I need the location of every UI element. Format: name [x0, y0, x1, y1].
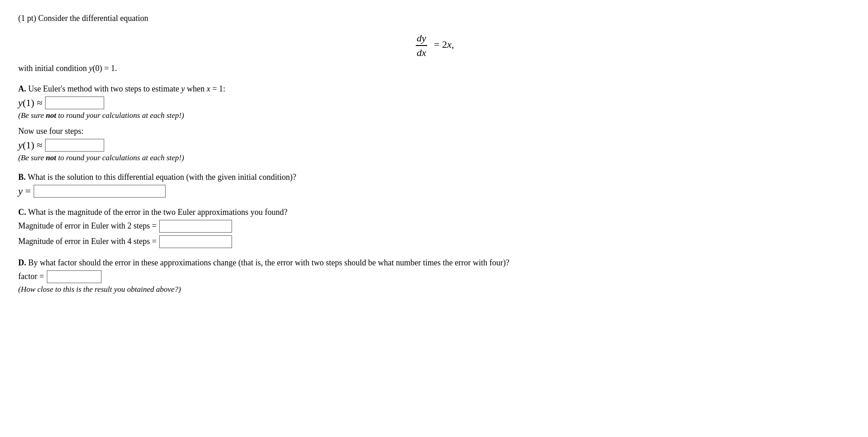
error-4-label: Magnitude of error in Euler with 4 steps… — [18, 237, 156, 246]
factor-input[interactable] — [47, 270, 101, 283]
section-c-header: C. What is the magnitude of the error in… — [18, 208, 850, 217]
error-rows: Magnitude of error in Euler with 2 steps… — [18, 220, 850, 248]
section-b-header: B. What is the solution to this differen… — [18, 173, 850, 182]
section-d-header: D. By what factor should the error in th… — [18, 258, 850, 268]
section-d: D. By what factor should the error in th… — [18, 258, 850, 294]
four-steps-approx-line: y(1) ≈ — [18, 139, 850, 152]
error-2-label: Magnitude of error in Euler with 2 steps… — [18, 221, 156, 231]
section-b: B. What is the solution to this differen… — [18, 173, 850, 198]
four-steps-intro: Now use four steps: — [18, 127, 850, 136]
initial-condition: with initial condition y(0) = 1. — [18, 64, 850, 73]
equals-2x: = 2x, — [431, 39, 454, 50]
equation-display: dy dx = 2x, — [18, 32, 850, 59]
section-d-text: By what factor should the error in these… — [26, 258, 510, 267]
section-a: A. Use Euler's method with two steps to … — [18, 84, 850, 163]
denominator: dx — [416, 46, 427, 59]
error-2-input[interactable] — [159, 220, 232, 233]
fraction-dy-dx: dy dx — [416, 32, 427, 59]
initial-condition-text: with initial condition y(0) = 1. — [18, 64, 117, 73]
error-4-row: Magnitude of error in Euler with 4 steps… — [18, 235, 850, 248]
four-steps-answer-input[interactable] — [45, 139, 104, 152]
two-steps-y1-label: y(1) ≈ — [18, 97, 42, 109]
factor-label: factor = — [18, 272, 44, 281]
section-d-note: (How close to this is the result you obt… — [18, 285, 850, 294]
header-text: (1 pt) Consider the differential equatio… — [18, 14, 148, 23]
four-steps-intro-text: Now use four steps: — [18, 127, 83, 136]
section-a-label: A. — [18, 84, 26, 93]
two-steps-answer-input[interactable] — [45, 97, 104, 109]
solution-y-equals: y = — [18, 185, 31, 197]
section-d-note-text: (How close to this is the result you obt… — [18, 285, 181, 294]
section-b-label: B. — [18, 173, 26, 182]
section-a-intro: Use Euler's method with two steps to est… — [26, 84, 226, 93]
section-c-text: What is the magnitude of the error in th… — [26, 208, 288, 217]
error-4-input[interactable] — [159, 235, 232, 248]
section-d-label: D. — [18, 258, 26, 267]
section-a-header: A. Use Euler's method with two steps to … — [18, 84, 850, 94]
four-steps-note: (Be sure not to round your calculations … — [18, 153, 850, 163]
error-2-row: Magnitude of error in Euler with 2 steps… — [18, 220, 850, 233]
two-steps-approx-line: y(1) ≈ — [18, 97, 850, 109]
two-steps-note: (Be sure not to round your calculations … — [18, 111, 850, 120]
section-c-label: C. — [18, 208, 26, 217]
numerator: dy — [416, 32, 427, 46]
problem-header: (1 pt) Consider the differential equatio… — [18, 14, 850, 23]
section-c: C. What is the magnitude of the error in… — [18, 208, 850, 248]
factor-line: factor = — [18, 270, 850, 283]
section-b-text: What is the solution to this differentia… — [26, 173, 297, 182]
solution-line: y = — [18, 185, 850, 198]
four-steps-y1-label: y(1) ≈ — [18, 139, 42, 151]
solution-answer-input[interactable] — [34, 185, 166, 198]
